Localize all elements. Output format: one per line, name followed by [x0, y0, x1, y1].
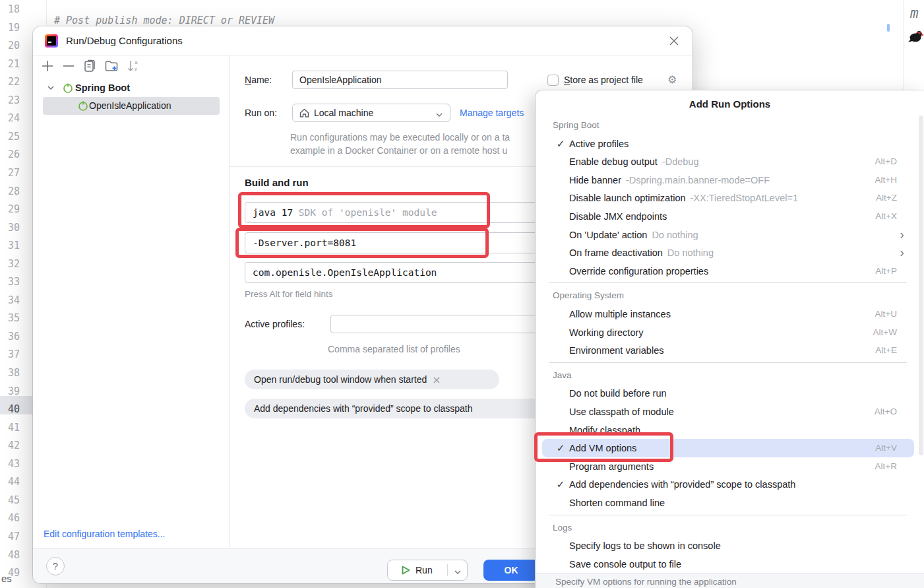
- menu-item-shortcut: Alt+Z: [876, 189, 897, 207]
- menu-item-label: Specify logs to be shown in console: [569, 540, 721, 551]
- menu-item[interactable]: Shorten command line: [536, 494, 924, 512]
- ok-button[interactable]: OK: [483, 560, 539, 581]
- tree-selected-row[interactable]: OpenIsleApplication: [43, 97, 220, 115]
- line-number: 48: [8, 547, 20, 563]
- line-number: 38: [8, 365, 20, 381]
- menu-item[interactable]: On frame deactivationDo nothing›: [536, 244, 924, 262]
- run-on-dropdown[interactable]: Local machine: [292, 104, 450, 122]
- run-on-hint-line1: Run configurations may be executed local…: [290, 132, 541, 143]
- edit-configuration-templates-link[interactable]: Edit configuration templates...: [44, 525, 165, 543]
- add-configuration-icon[interactable]: [40, 58, 55, 74]
- menu-item-label: On frame deactivation: [569, 247, 663, 258]
- tag-open-tool-window[interactable]: Open run/debug tool window when started: [245, 370, 499, 389]
- menu-separator: [549, 362, 907, 363]
- run-on-value: Local machine: [314, 104, 373, 121]
- run-on-hint-line2: example in a Docker Container or on a re…: [290, 145, 541, 156]
- menu-item[interactable]: Working directoryAlt+W: [536, 323, 924, 342]
- manage-targets-link[interactable]: Manage targets: [460, 104, 524, 122]
- menu-item-shortcut: Alt+O: [875, 403, 897, 421]
- menu-section-header: Java: [553, 366, 572, 385]
- menu-item-text: Use classpath of module: [569, 403, 674, 421]
- play-icon: [400, 565, 411, 578]
- menu-item[interactable]: Enable debug output-DdebugAlt+D: [536, 152, 924, 171]
- editor-partial-text: es: [1, 573, 12, 584]
- sort-alphabetically-icon[interactable]: az: [125, 58, 141, 74]
- menu-item[interactable]: ✓Add dependencies with “provided” scope …: [536, 475, 924, 494]
- menu-item[interactable]: Disable JMX endpointsAlt+X: [536, 207, 924, 226]
- submenu-arrow-icon: ›: [900, 226, 904, 243]
- menu-item-hint: -XX:TieredStopAtLevel=1: [691, 193, 799, 203]
- menu-item-label: Save console output to file: [569, 559, 681, 570]
- popup-scrollbar[interactable]: [919, 115, 923, 455]
- line-number: 43: [8, 456, 20, 472]
- menu-item-text: Shorten command line: [569, 494, 665, 512]
- menu-item-text: Save console output to file: [569, 555, 681, 573]
- line-number: 45: [8, 492, 20, 508]
- line-number: 27: [8, 165, 20, 181]
- menu-item-label: Active profiles: [569, 139, 629, 149]
- tag-label: Open run/debug tool window when started: [254, 374, 427, 385]
- line-number: 41: [8, 420, 20, 436]
- gear-icon[interactable]: ⚙: [667, 74, 677, 86]
- chevron-down-icon[interactable]: [45, 82, 57, 96]
- line-number: 46: [8, 510, 20, 526]
- close-icon[interactable]: [666, 33, 682, 49]
- menu-item-shortcut: Alt+H: [875, 171, 897, 189]
- remove-configuration-icon[interactable]: [61, 58, 77, 74]
- menu-item-hint: Do nothing: [667, 247, 714, 258]
- tree-group-label: Spring Boot: [75, 79, 130, 96]
- menu-item[interactable]: ✓Active profiles: [536, 135, 924, 153]
- menu-item-text: Do not build before run: [569, 384, 667, 403]
- menu-item[interactable]: On 'Update' actionDo nothing›: [536, 226, 924, 244]
- panel-separator: [229, 55, 230, 548]
- menu-item-shortcut: Alt+W: [873, 323, 897, 342]
- menu-item-text: Specify logs to be shown in console: [569, 537, 721, 555]
- menu-item[interactable]: Disable launch optimization-XX:TieredSto…: [536, 189, 924, 207]
- menu-item-text: On 'Update' actionDo nothing: [569, 226, 698, 244]
- editor-gutter: 1819202122232425262728293031323334353637…: [0, 0, 22, 588]
- menu-item[interactable]: Use classpath of moduleAlt+O: [536, 403, 924, 421]
- menu-item-shortcut: Alt+U: [875, 305, 897, 323]
- menu-item[interactable]: Allow multiple instancesAlt+U: [536, 305, 924, 323]
- line-number: 31: [8, 238, 20, 253]
- build-and-run-header: Build and run: [245, 177, 309, 188]
- menu-item-shortcut: Alt+R: [875, 457, 897, 476]
- line-number: 24: [8, 110, 20, 126]
- run-button[interactable]: Run: [387, 560, 468, 581]
- menu-item-label: Enable debug output: [569, 156, 658, 167]
- menu-item[interactable]: Do not build before run: [536, 384, 924, 403]
- menu-item[interactable]: Override configuration propertiesAlt+P: [536, 262, 924, 280]
- menu-item-label: Shorten command line: [569, 498, 665, 508]
- line-number: 35: [8, 310, 20, 326]
- help-button[interactable]: ?: [46, 557, 65, 575]
- menu-item-label: Use classpath of module: [569, 407, 674, 417]
- menu-item[interactable]: Save console output to file: [536, 555, 924, 573]
- copy-configuration-icon[interactable]: [82, 58, 98, 74]
- submenu-arrow-icon: ›: [900, 244, 904, 261]
- menu-section-header: Logs: [553, 519, 572, 537]
- menu-item[interactable]: Specify logs to be shown in console: [536, 537, 924, 555]
- chevron-down-icon[interactable]: [454, 567, 462, 579]
- line-number: 34: [8, 292, 20, 308]
- menu-item[interactable]: Hide banner-Dspring.main.banner-mode=OFF…: [536, 171, 924, 189]
- store-as-project-file-checkbox[interactable]: [547, 75, 559, 86]
- editor-scrollbar-mark: [887, 24, 890, 32]
- menu-item-label: Disable JMX endpoints: [569, 211, 667, 222]
- menu-item-shortcut: Alt+V: [875, 439, 897, 457]
- remove-tag-icon[interactable]: [433, 370, 440, 389]
- menu-item[interactable]: Environment variablesAlt+E: [536, 341, 924, 360]
- popup-menu-list: Spring Boot✓Active profilesEnable debug …: [536, 90, 924, 588]
- line-number: 37: [8, 346, 20, 362]
- menu-item-label: Do not build before run: [569, 388, 667, 399]
- tree-group-row[interactable]: Spring Boot: [33, 79, 229, 96]
- field-hint: Press Alt for field hints: [245, 289, 333, 299]
- name-input[interactable]: OpenIsleApplication: [292, 71, 508, 89]
- ide-screen: 1819202122232425262728293031323334353637…: [0, 0, 924, 588]
- new-folder-icon[interactable]: [104, 58, 119, 74]
- menu-separator: [549, 515, 907, 515]
- tree-selected-label: OpenIsleApplication: [89, 97, 171, 115]
- line-number: 19: [8, 20, 20, 36]
- editor-code-comment: # Post publish mode: DIRECT or REVIEW: [54, 15, 274, 26]
- menu-item-text: Hide banner-Dspring.main.banner-mode=OFF: [569, 171, 770, 189]
- menu-item-label: Override configuration properties: [569, 266, 708, 277]
